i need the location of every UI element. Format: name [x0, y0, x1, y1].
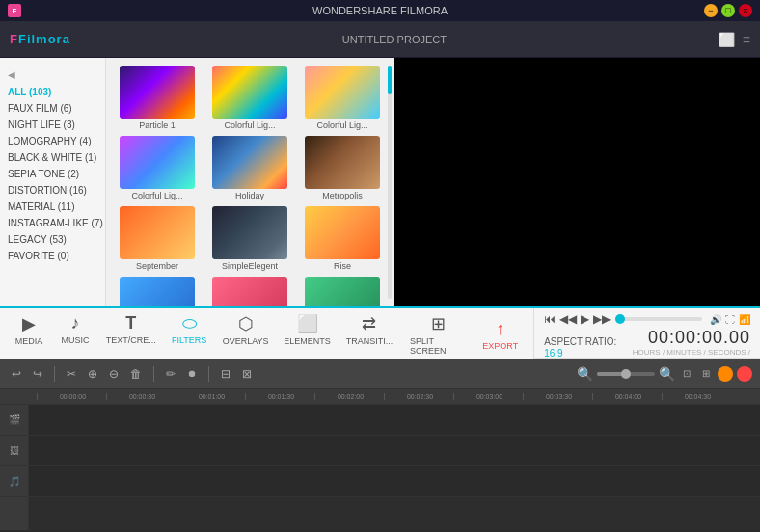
project-title: UNTITLED PROJECT	[70, 34, 719, 45]
player-back-button[interactable]: ◀◀	[559, 312, 577, 326]
track-row-audio[interactable]	[29, 466, 760, 497]
tool-elements-label: ELEMENTS	[284, 336, 331, 346]
filter-thumb-next1	[120, 277, 195, 306]
filter-item-holiday[interactable]: Holiday	[206, 136, 293, 200]
media-icon: ▶	[22, 313, 36, 334]
filter-thumb-colorful3	[120, 136, 195, 189]
filters-icon: ⬭	[182, 313, 197, 333]
redo-button[interactable]: ↪	[29, 365, 46, 383]
tool-splitscreen-label: SPLIT SCREEN	[410, 336, 467, 356]
filter-thumb-particle1	[120, 66, 195, 119]
filter-label-simpleelegent: SimpleElegent	[222, 261, 278, 271]
filter-thumb-colorful1	[212, 66, 287, 119]
sidebar-item-favorite[interactable]: FAVORITE (0)	[0, 248, 105, 264]
sidebar-item-material[interactable]: MATERIAL (11)	[0, 199, 105, 215]
filter-item-simpleelegent[interactable]: SimpleElegent	[206, 206, 293, 271]
sidebar-item-sepia-tone[interactable]: SEPIA TONE (2)	[0, 166, 105, 182]
ruler-mark-1: 00:00:30	[106, 393, 176, 400]
aspect-value: 16:9	[544, 348, 562, 359]
toolbar-separator-1	[54, 366, 55, 382]
filter-item-next2[interactable]	[206, 277, 293, 306]
track-row-video[interactable]	[29, 405, 760, 436]
maximize-button[interactable]: □	[721, 4, 735, 17]
tool-media[interactable]: ▶ MEDIA	[8, 309, 50, 359]
filter-item-metropolis[interactable]: Metropolis	[299, 136, 386, 200]
app-icon: F	[8, 4, 21, 17]
tool-splitscreen[interactable]: ⊞ SPLIT SCREEN	[402, 309, 475, 359]
remove-marker-button[interactable]: ⊖	[105, 365, 122, 383]
sidebar-item-legacy[interactable]: LEGACY (53)	[0, 231, 105, 248]
tool-elements[interactable]: ⬜ ELEMENTS	[278, 309, 336, 359]
ruler-mark-7: 00:03:30	[523, 393, 592, 400]
record-button[interactable]	[718, 366, 733, 382]
undo-button[interactable]: ↩	[8, 365, 25, 383]
sidebar-item-instagram-like[interactable]: INSTAGRAM-LIKE (7)	[0, 215, 105, 231]
filter-scrollbar[interactable]	[388, 66, 392, 299]
settings-icon[interactable]: ≡	[743, 32, 750, 47]
filter-thumb-metropolis	[305, 136, 380, 189]
snapshot-button[interactable]	[737, 366, 752, 382]
sidebar-item-night-life[interactable]: NIGHT LIFE (3)	[0, 117, 105, 133]
zoom-slider[interactable]	[597, 372, 655, 376]
left-panel-header: ◀	[0, 66, 105, 84]
zoom-out-icon[interactable]: 🔍	[577, 366, 593, 382]
tool-overlays[interactable]: ⬡ OVERLAYS	[217, 309, 275, 359]
tool-text[interactable]: T TEXT/CRE...	[100, 309, 162, 359]
sidebar-item-faux-film[interactable]: FAUX FILM (6)	[0, 100, 105, 117]
player-progress-bar[interactable]	[618, 317, 702, 321]
back-arrow[interactable]: ◀	[8, 69, 15, 80]
filter-thumb-holiday	[212, 136, 287, 189]
detach-button[interactable]: ⊠	[238, 365, 256, 383]
track-row-image[interactable]	[29, 436, 760, 466]
tool-overlays-label: OVERLAYS	[223, 336, 269, 346]
filter-thumb-colorful2	[305, 66, 380, 119]
elements-icon: ⬜	[297, 313, 318, 334]
track-label-image: 🖼	[0, 436, 28, 466]
filter-item-colorful3[interactable]: Colorful Lig...	[114, 136, 201, 200]
filter-item-next1[interactable]	[114, 277, 201, 306]
voiceover-button[interactable]: ⏺	[183, 366, 201, 381]
tool-transitions[interactable]: ⇄ TRANSITI...	[340, 309, 398, 359]
title-bar: F WONDERSHARE FILMORA − □ ×	[0, 0, 760, 21]
sidebar-item-black-white[interactable]: BLACK & WHITE (1)	[0, 149, 105, 166]
filter-label-colorful1: Colorful Lig...	[224, 120, 275, 130]
close-button[interactable]: ×	[739, 4, 752, 17]
zoom-in-icon[interactable]: 🔍	[659, 366, 675, 382]
volume-icon[interactable]: 🔊	[710, 314, 721, 325]
filter-item-colorful1[interactable]: Colorful Lig...	[206, 66, 293, 130]
tool-text-label: TEXT/CRE...	[106, 335, 156, 345]
filter-item-september[interactable]: September	[114, 206, 201, 271]
toolbar: ▶ MEDIA ♪ MUSIC T TEXT/CRE... ⬭ FILTERS …	[0, 308, 534, 360]
add-marker-button[interactable]: ⊕	[84, 365, 101, 383]
sidebar-item-distortion[interactable]: DISTORTION (16)	[0, 182, 105, 199]
edit-button[interactable]: ✏	[162, 365, 179, 383]
player-start-button[interactable]: ⏮	[544, 312, 556, 326]
filter-thumb-next2	[212, 277, 287, 306]
tool-filters[interactable]: ⬭ FILTERS	[166, 309, 213, 359]
preview-video	[394, 58, 760, 306]
tool-music[interactable]: ♪ MUSIC	[54, 309, 96, 359]
zoom-dot	[621, 369, 631, 379]
minimize-button[interactable]: −	[704, 4, 718, 17]
fullscreen-player-icon[interactable]: ⛶	[725, 314, 735, 325]
snap-button[interactable]: ⊟	[217, 365, 234, 383]
filter-scroll-thumb	[388, 66, 392, 94]
sidebar-item-lomography[interactable]: LOMOGRAPHY (4)	[0, 133, 105, 149]
signal-icon: 📶	[739, 314, 750, 325]
export-button[interactable]: ↑ EXPORT	[475, 315, 526, 355]
toggle-button[interactable]: ⊞	[698, 366, 714, 381]
filter-item-next3[interactable]	[299, 277, 386, 306]
player-forward-button[interactable]: ▶▶	[593, 312, 611, 326]
player-play-button[interactable]: ▶	[581, 312, 589, 326]
delete-button[interactable]: 🗑	[126, 365, 146, 383]
filter-label-september: September	[136, 261, 178, 271]
fullscreen-icon[interactable]: ⬜	[719, 32, 735, 47]
filter-item-particle1[interactable]: Particle 1	[114, 66, 201, 130]
filter-item-colorful2[interactable]: Colorful Lig...	[299, 66, 386, 130]
sidebar-item-all[interactable]: ALL (103)	[0, 84, 105, 100]
preview-area	[394, 58, 760, 306]
window-controls: − □ ×	[704, 4, 752, 17]
cut-button[interactable]: ✂	[63, 365, 80, 383]
filter-item-rise[interactable]: Rise	[299, 206, 386, 271]
fit-timeline-button[interactable]: ⊡	[679, 366, 694, 381]
